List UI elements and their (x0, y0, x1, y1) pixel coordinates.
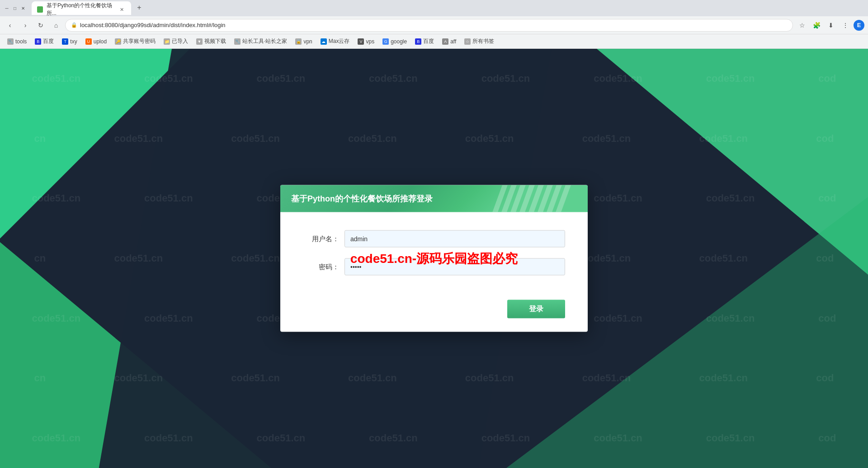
bookmark-video-download[interactable]: ▼ 视频下载 (193, 36, 230, 47)
password-input[interactable] (344, 258, 565, 276)
address-bar[interactable]: 🔒 localhost:8080/django99sdi/admin/dist/… (65, 19, 793, 32)
bookmark-video-download-label: 视频下载 (204, 37, 226, 45)
bookmark-google[interactable]: G google (379, 37, 410, 46)
tab-favicon-icon (37, 6, 43, 13)
baidu2-icon: B (415, 38, 421, 45)
dialog-header: 基于Python的个性化餐饮场所推荐登录 (280, 185, 588, 212)
bookmark-baidu-label: 百度 (43, 37, 54, 45)
bookmark-star-button[interactable]: ☆ (796, 19, 808, 32)
video-download-icon: ▼ (196, 38, 203, 45)
url-text: localhost:8080/django99sdi/admin/dist/in… (80, 22, 226, 28)
bookmark-shared-accounts[interactable]: 🔑 共享账号密码 (111, 36, 159, 47)
bookmark-webmaster[interactable]: 🔧 站长工具·站长之家 (231, 36, 291, 47)
tools-bookmark-icon: 🔧 (7, 38, 14, 45)
bookmark-vps[interactable]: V vps (354, 37, 378, 46)
forward-button[interactable]: › (19, 19, 32, 32)
tab-title: 基于Python的个性化餐饮场所... (47, 2, 116, 17)
bookmark-imported[interactable]: 📁 已导入 (160, 36, 192, 47)
dialog-body: 用户名： code51.cn-源码乐园盗图必究 密码： (280, 212, 588, 300)
username-input[interactable] (344, 230, 565, 248)
tab-close-button[interactable]: ✕ (120, 7, 124, 13)
extensions-button[interactable]: 🧩 (810, 19, 823, 32)
refresh-button[interactable]: ↻ (34, 19, 47, 32)
bookmark-vpn[interactable]: 🔒 vpn (292, 37, 316, 46)
bookmark-tools[interactable]: 🔧 tools (4, 37, 30, 46)
baidu-bookmark-icon: B (35, 38, 41, 45)
login-dialog: 基于Python的个性化餐饮场所推荐登录 用户名： (280, 185, 588, 332)
browser-toolbar: ‹ › ↻ ⌂ 🔒 localhost:8080/django99sdi/adm… (0, 16, 868, 34)
username-label: 用户名： (303, 234, 339, 243)
bookmark-aff[interactable]: A aff (439, 37, 460, 46)
bookmark-maxcloud[interactable]: ☁ Max云存 (317, 36, 354, 47)
back-button[interactable]: ‹ (4, 19, 16, 32)
all-bookmarks-icon: ☆ (464, 38, 471, 45)
login-button[interactable]: 登录 (507, 300, 565, 318)
bookmark-baidu2-label: 百度 (423, 37, 434, 45)
maximize-button[interactable]: □ (12, 5, 18, 11)
new-tab-button[interactable]: + (133, 1, 146, 14)
bookmark-vpn-label: vpn (303, 38, 312, 45)
dialog-footer: 登录 (280, 300, 588, 332)
bookmark-baidu2[interactable]: B 百度 (411, 36, 438, 47)
bookmark-all[interactable]: ☆ 所有书签 (461, 36, 498, 47)
txy-bookmark-icon: T (62, 38, 68, 45)
profile-avatar[interactable]: E (854, 20, 864, 31)
browser-titlebar: ─ □ ✕ 基于Python的个性化餐饮场所... ✕ + (0, 0, 868, 16)
close-button[interactable]: ✕ (20, 5, 26, 11)
bookmark-aff-label: aff (450, 38, 456, 45)
bookmark-txy[interactable]: T txy (58, 37, 80, 46)
browser-controls: ─ □ ✕ (4, 5, 26, 11)
imported-icon: 📁 (164, 38, 170, 45)
shared-accounts-icon: 🔑 (115, 38, 121, 45)
bookmark-maxcloud-label: Max云存 (329, 37, 350, 45)
maxcloud-icon: ☁ (321, 38, 327, 45)
page-content: code51.cn code51.cn code51.cn code51.cn … (0, 49, 868, 468)
bookmark-baidu[interactable]: B 百度 (31, 36, 57, 47)
bookmark-webmaster-label: 站长工具·站长之家 (242, 37, 287, 45)
downloads-button[interactable]: ⬇ (825, 19, 837, 32)
security-icon: 🔒 (71, 22, 77, 28)
bookmark-uplod-label: uplod (94, 38, 107, 45)
google-icon: G (382, 38, 389, 45)
webmaster-icon: 🔧 (234, 38, 241, 45)
tab-area: 基于Python的个性化餐饮场所... ✕ + (28, 1, 864, 15)
password-label: 密码： (303, 262, 339, 271)
aff-icon: A (442, 38, 448, 45)
bookmark-txy-label: txy (70, 38, 77, 45)
toolbar-right: ☆ 🧩 ⬇ ⋮ E (796, 19, 864, 32)
vps-icon: V (358, 38, 364, 45)
vpn-icon: 🔒 (295, 38, 302, 45)
bookmark-all-label: 所有书签 (472, 37, 494, 45)
bookmark-imported-label: 已导入 (172, 37, 188, 45)
bookmark-google-label: google (391, 38, 407, 45)
minimize-button[interactable]: ─ (4, 5, 10, 11)
header-stripes-decoration (492, 185, 588, 212)
bookmark-uplod[interactable]: U uplod (82, 37, 110, 46)
bookmark-vps-label: vps (366, 38, 374, 45)
bookmark-shared-accounts-label: 共享账号密码 (123, 37, 156, 45)
bookmark-tools-label: tools (15, 38, 27, 45)
username-row: 用户名： (303, 230, 565, 248)
browser-frame: ─ □ ✕ 基于Python的个性化餐饮场所... ✕ + ‹ › ↻ ⌂ 🔒 … (0, 0, 868, 468)
home-button[interactable]: ⌂ (50, 19, 62, 32)
password-row: 密码： (303, 258, 565, 276)
bookmarks-bar: 🔧 tools B 百度 T txy U uplod 🔑 共享账号密码 📁 已导… (0, 34, 868, 49)
uplod-bookmark-icon: U (85, 38, 92, 45)
dialog-title: 基于Python的个性化餐饮场所推荐登录 (291, 194, 433, 203)
active-tab[interactable]: 基于Python的个性化餐饮场所... ✕ (32, 1, 131, 15)
more-button[interactable]: ⋮ (839, 19, 852, 32)
